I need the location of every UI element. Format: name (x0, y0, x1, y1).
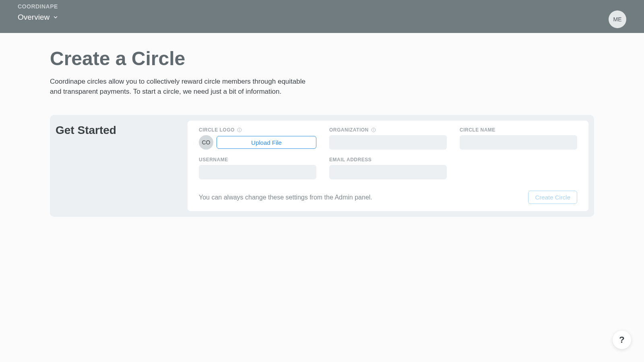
question-mark-icon: ? (619, 335, 624, 345)
field-email: EMAIL ADDRESS (329, 157, 447, 179)
chevron-down-icon (53, 14, 58, 20)
card-left: Get Started (56, 121, 176, 211)
svg-point-2 (239, 129, 240, 130)
logo-row: CO Upload File (199, 135, 316, 150)
form-footer: You can always change these settings fro… (199, 191, 577, 204)
header-left: COORDINAPE Overview (18, 3, 58, 22)
get-started-card: Get Started CIRCLE LOGO CO Upload File (50, 115, 594, 217)
overview-dropdown-label: Overview (18, 13, 50, 22)
label-username: USERNAME (199, 157, 316, 162)
page-description: Coordinape circles allow you to collecti… (50, 77, 308, 97)
username-input[interactable] (199, 165, 316, 179)
field-circle-name: CIRCLE NAME (460, 127, 577, 150)
label-organization: ORGANIZATION (329, 127, 447, 133)
user-avatar[interactable]: ME (609, 10, 626, 28)
label-circle-name: CIRCLE NAME (460, 127, 577, 133)
label-circle-logo: CIRCLE LOGO (199, 127, 316, 133)
app-header: COORDINAPE Overview ME (0, 0, 644, 33)
upload-file-button[interactable]: Upload File (217, 136, 316, 149)
svg-point-5 (374, 129, 374, 130)
circle-logo-placeholder: CO (199, 135, 213, 150)
help-button[interactable]: ? (613, 331, 631, 349)
info-icon[interactable] (237, 128, 242, 132)
field-organization: ORGANIZATION (329, 127, 447, 150)
field-circle-logo: CIRCLE LOGO CO Upload File (199, 127, 316, 150)
footer-hint: You can always change these settings fro… (199, 194, 372, 201)
field-username: USERNAME (199, 157, 316, 179)
create-circle-button[interactable]: Create Circle (528, 191, 577, 204)
page-title: Create a Circle (50, 47, 594, 70)
avatar-initials: ME (613, 16, 622, 23)
form-panel: CIRCLE LOGO CO Upload File ORGAN (188, 121, 588, 211)
circle-name-input[interactable] (460, 135, 577, 150)
info-icon[interactable] (371, 128, 376, 132)
section-title: Get Started (56, 124, 176, 137)
brand-logo: COORDINAPE (18, 3, 58, 10)
page-content: Create a Circle Coordinape circles allow… (0, 33, 644, 217)
email-input[interactable] (329, 165, 447, 179)
form-grid: CIRCLE LOGO CO Upload File ORGAN (199, 127, 577, 179)
organization-input[interactable] (329, 135, 447, 150)
overview-dropdown[interactable]: Overview (18, 13, 58, 22)
label-email: EMAIL ADDRESS (329, 157, 447, 162)
